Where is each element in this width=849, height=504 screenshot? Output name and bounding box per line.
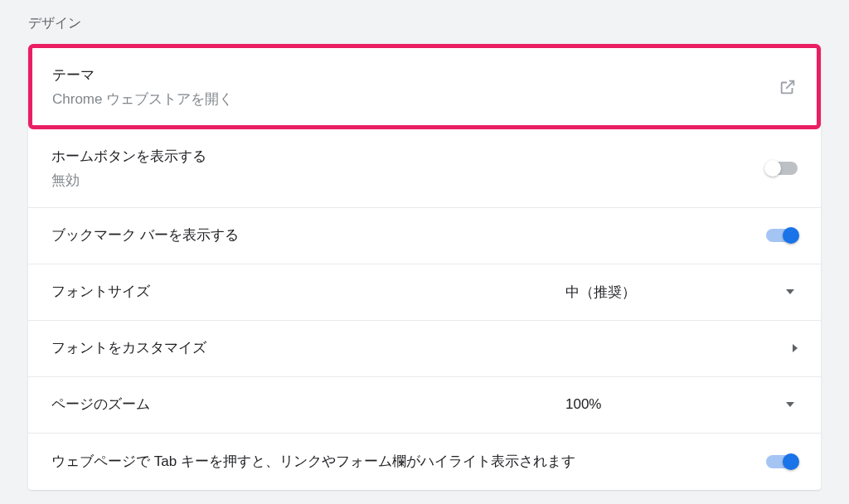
settings-card: テーマ Chrome ウェブストアを開く ホームボタンを表示する 無効 ブックマ… <box>28 44 821 490</box>
theme-title: テーマ <box>52 65 233 86</box>
chevron-down-icon <box>786 289 794 294</box>
section-label: デザイン <box>0 0 849 44</box>
page-zoom-title: ページのズーム <box>51 394 150 415</box>
home-button-title: ホームボタンを表示する <box>51 146 206 167</box>
theme-sub: Chrome ウェブストアを開く <box>52 90 233 109</box>
font-size-title: フォントサイズ <box>51 281 150 303</box>
chevron-down-icon <box>786 402 794 407</box>
tab-highlight-title: ウェブページで Tab キーを押すと、リンクやフォーム欄がハイライト表示されます <box>51 451 575 472</box>
svg-line-0 <box>786 80 793 88</box>
font-size-select[interactable]: 中（推奨） <box>565 283 798 302</box>
page-zoom-value: 100% <box>565 396 601 413</box>
font-size-row[interactable]: フォントサイズ 中（推奨） <box>28 264 821 321</box>
toggle-knob <box>783 453 799 470</box>
theme-row[interactable]: テーマ Chrome ウェブストアを開く <box>28 44 821 129</box>
font-custom-row[interactable]: フォントをカスタマイズ <box>28 321 821 377</box>
tab-highlight-toggle[interactable] <box>766 455 798 468</box>
home-button-sub: 無効 <box>51 171 206 191</box>
bookmark-bar-toggle[interactable] <box>766 229 798 242</box>
theme-text: テーマ Chrome ウェブストアを開く <box>52 65 233 109</box>
open-external-icon <box>779 78 797 96</box>
home-button-row: ホームボタンを表示する 無効 <box>28 129 821 207</box>
bookmark-bar-row: ブックマーク バーを表示する <box>28 208 821 264</box>
toggle-knob <box>764 160 781 177</box>
tab-highlight-row: ウェブページで Tab キーを押すと、リンクやフォーム欄がハイライト表示されます <box>28 434 821 490</box>
chevron-right-icon <box>793 344 798 352</box>
page-zoom-row[interactable]: ページのズーム 100% <box>28 377 821 434</box>
bookmark-bar-title: ブックマーク バーを表示する <box>51 225 239 246</box>
font-size-value: 中（推奨） <box>565 283 636 302</box>
page-zoom-select[interactable]: 100% <box>565 396 798 413</box>
toggle-knob <box>783 227 799 244</box>
font-custom-title: フォントをカスタマイズ <box>51 337 206 359</box>
home-button-text: ホームボタンを表示する 無効 <box>51 146 206 190</box>
home-button-toggle[interactable] <box>766 162 798 175</box>
